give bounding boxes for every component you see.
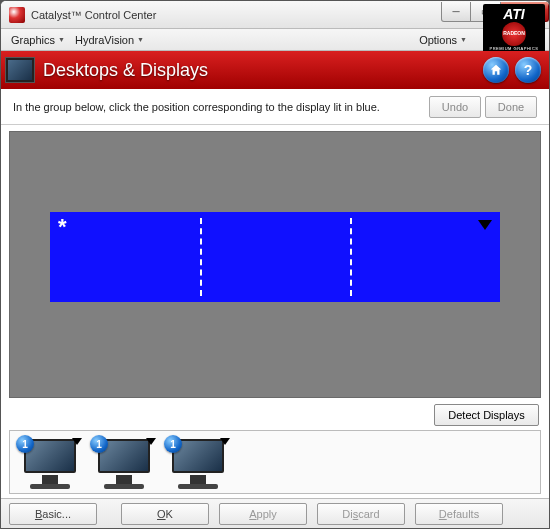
detect-row: Detect Displays [1,402,549,428]
chevron-down-icon: ▼ [58,36,65,43]
home-button[interactable] [483,57,509,83]
basic-button[interactable]: Basic... [9,503,97,525]
chevron-down-icon[interactable] [146,438,156,445]
display-thumbs: 1 1 1 [9,430,541,494]
display-thumb[interactable]: 1 [88,435,158,489]
menu-bar: Graphics ▼ HydraVision ▼ Options ▼ ATI R… [1,29,549,51]
menu-options[interactable]: Options ▼ [415,32,471,48]
display-badge: 1 [90,435,108,453]
done-button[interactable]: Done [485,96,537,118]
menu-label: HydraVision [75,34,134,46]
chevron-down-icon: ▼ [460,36,467,43]
instruction-bar: In the group below, click the position c… [1,89,549,125]
display-badge: 1 [164,435,182,453]
monitor-icon [5,57,35,83]
chevron-down-icon: ▼ [137,36,144,43]
header-bar: Desktops & Displays ? [1,51,549,89]
chevron-down-icon[interactable] [72,438,82,445]
title-bar[interactable]: Catalyst™ Control Center ─ ▭ ✕ [1,1,549,29]
home-icon [489,63,503,77]
page-title: Desktops & Displays [43,60,477,81]
help-button[interactable]: ? [515,57,541,83]
menu-label: Options [419,34,457,46]
display-stage: * [9,131,541,398]
app-window: Catalyst™ Control Center ─ ▭ ✕ Graphics … [0,0,550,529]
window-title: Catalyst™ Control Center [31,9,441,21]
discard-button[interactable]: Discard [317,503,405,525]
display-badge: 1 [16,435,34,453]
divider-icon [350,218,352,296]
display-thumb[interactable]: 1 [14,435,84,489]
divider-icon [200,218,202,296]
brand-premium: PREMIUM GRAPHICS [490,47,539,51]
instruction-text: In the group below, click the position c… [13,101,425,113]
menu-label: Graphics [11,34,55,46]
menu-hydravision[interactable]: HydraVision ▼ [71,32,148,48]
ok-button[interactable]: OK [121,503,209,525]
menu-caret-icon[interactable] [478,220,492,230]
minimize-button[interactable]: ─ [441,2,471,22]
apply-button[interactable]: Apply [219,503,307,525]
ati-logo: ATI RADEON PREMIUM GRAPHICS [483,4,545,54]
app-icon [9,7,25,23]
menu-graphics[interactable]: Graphics ▼ [7,32,69,48]
detect-displays-button[interactable]: Detect Displays [434,404,539,426]
primary-marker: * [58,214,67,240]
chevron-down-icon[interactable] [220,438,230,445]
defaults-button[interactable]: Defaults [415,503,503,525]
footer-bar: Basic... OK Apply Discard Defaults [1,498,549,528]
undo-button[interactable]: Undo [429,96,481,118]
brand-radeon: RADEON [502,22,526,46]
brand-ati: ATI [503,7,525,21]
display-group[interactable]: * [50,212,500,302]
display-thumb[interactable]: 1 [162,435,232,489]
